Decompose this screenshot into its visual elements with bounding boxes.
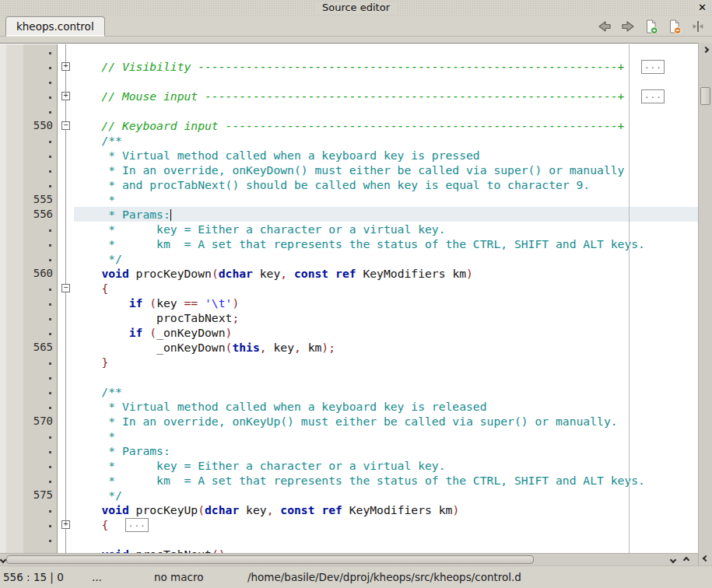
collapsed-fold-box[interactable]: ... [641,60,665,74]
horizontal-scrollbar[interactable] [0,553,698,565]
fold-toggle-icon[interactable]: + [61,92,70,100]
code-text[interactable]: void procKeyUp(dchar key, const ref KeyM… [74,502,698,517]
code-line[interactable]: * In an override, onKeyDown() must eithe… [0,163,698,177]
code-line[interactable]: − { [0,281,698,296]
code-text[interactable]: { [74,281,698,296]
code-text[interactable]: * and procTabNext() should be called whe… [74,177,698,192]
window-titlebar[interactable]: Source editor ✕ [0,0,712,16]
code-text[interactable]: procTabNext; [74,310,698,325]
code-line[interactable]: * Virtual method called when a keyboard … [0,148,698,163]
code-line[interactable]: 550− // Keyboard input -----------------… [0,118,698,133]
code-line[interactable]: 575 */ [0,488,698,502]
back-icon[interactable] [597,19,612,34]
forward-icon[interactable] [620,19,636,34]
fold-toggle-icon[interactable]: − [61,121,70,130]
code-line[interactable] [0,44,698,59]
code-text[interactable]: // Visibility --------------------------… [74,59,698,74]
code-line[interactable]: void procTabNext() [0,547,698,553]
code-text[interactable]: // Mouse input -------------------------… [74,89,698,103]
code-text[interactable]: * Virtual method called when a keyboard … [74,399,698,414]
code-line[interactable]: * km = A set that represents the status … [0,236,698,251]
horizontal-scroll-thumb[interactable] [6,555,534,564]
code-text[interactable]: /** [74,384,698,399]
code-line[interactable]: if (_onKeyDown) [0,325,698,340]
line-dot [23,429,57,443]
code-token [142,296,149,310]
code-line[interactable]: * Virtual method called when a keyboard … [0,399,698,414]
code-text[interactable]: * Virtual method called when a keyboard … [74,148,698,163]
code-text[interactable]: */ [74,488,698,502]
vertical-scroll-thumb[interactable] [700,87,710,105]
code-text[interactable]: if (_onKeyDown) [74,325,698,340]
code-line[interactable]: /** [0,384,698,399]
code-line[interactable]: * Params: [0,443,698,458]
code-line[interactable]: 555 * [0,192,698,207]
scroll-up-icon[interactable] [699,44,712,55]
code-line[interactable]: 560 void procKeyDown(dchar key, const re… [0,266,698,281]
code-text[interactable]: * [74,429,698,443]
vertical-scrollbar[interactable] [698,43,712,565]
code-text[interactable]: if (key == '\t') [74,296,698,310]
code-line[interactable]: * key = Either a character or a virtual … [0,222,698,236]
scroll-right-icon[interactable] [681,554,692,566]
code-line[interactable]: */ [0,251,698,266]
code-line[interactable]: procTabNext; [0,310,698,325]
code-text[interactable]: void procKeyDown(dchar key, const ref Ke… [74,266,698,281]
close-document-icon[interactable] [667,19,682,34]
tab-bar: kheops.control [0,16,712,37]
code-text[interactable] [74,74,698,89]
code-line[interactable]: * [0,429,698,443]
code-text[interactable]: {... [74,517,698,532]
code-text[interactable]: * In an override, onKeyUp() must either … [74,414,698,429]
code-text[interactable]: /** [74,133,698,148]
close-icon[interactable]: ✕ [696,0,708,15]
collapsed-fold-box[interactable]: ... [641,89,665,103]
code-text[interactable]: } [74,355,698,369]
code-text[interactable] [74,103,698,118]
code-text[interactable] [74,44,698,59]
code-text[interactable]: * Params: [74,207,698,222]
tab-kheops-control[interactable]: kheops.control [5,16,105,37]
code-line[interactable]: void procKeyUp(dchar key, const ref KeyM… [0,502,698,517]
code-line[interactable] [0,532,698,547]
code-text[interactable]: void procTabNext() [74,547,698,553]
code-text[interactable]: * Params: [74,443,698,458]
code-line[interactable]: } [0,355,698,369]
code-line[interactable] [0,74,698,89]
code-line[interactable]: 565 _onKeyDown(this, key, km); [0,340,698,355]
code-text[interactable]: // Keyboard input ----------------------… [74,118,698,133]
code-text[interactable]: _onKeyDown(this, key, km); [74,340,698,355]
code-text[interactable] [74,369,698,384]
code-line[interactable]: * and procTabNext() should be called whe… [0,177,698,192]
gutter-edge [0,414,6,429]
code-text[interactable]: */ [74,251,698,266]
code-text[interactable]: * km = A set that represents the status … [74,473,698,488]
line-dot-mark [49,185,51,187]
code-editor[interactable]: + // Visibility ------------------------… [0,43,698,553]
code-line[interactable]: + // Visibility ------------------------… [0,59,698,74]
code-line[interactable]: /** [0,133,698,148]
split-view-icon[interactable] [690,19,706,34]
code-text[interactable] [74,532,698,547]
code-line[interactable]: if (key == '\t') [0,296,698,310]
code-line[interactable]: 570 * In an override, onKeyUp() must eit… [0,414,698,429]
collapsed-fold-box[interactable]: ... [125,518,149,532]
fold-toggle-icon[interactable]: + [61,62,70,71]
scroll-down-icon[interactable] [699,553,712,564]
fold-toggle-icon[interactable]: + [61,520,70,529]
code-line[interactable]: * key = Either a character or a virtual … [0,458,698,473]
new-document-icon[interactable] [644,19,659,34]
code-text[interactable]: * key = Either a character or a virtual … [74,222,698,236]
code-line[interactable]: + // Mouse input -----------------------… [0,89,698,103]
code-text[interactable]: * In an override, onKeyDown() must eithe… [74,163,698,177]
code-line[interactable]: + {... [0,517,698,532]
code-line[interactable] [0,103,698,118]
code-text[interactable]: * key = Either a character or a virtual … [74,458,698,473]
scroll-left2-icon[interactable] [668,554,679,566]
code-text[interactable]: * [74,192,698,207]
code-text[interactable]: * km = A set that represents the status … [74,236,698,251]
fold-toggle-icon[interactable]: − [61,284,70,292]
code-line[interactable]: 556 * Params: [0,207,698,222]
code-line[interactable] [0,369,698,384]
code-line[interactable]: * km = A set that represents the status … [0,473,698,488]
